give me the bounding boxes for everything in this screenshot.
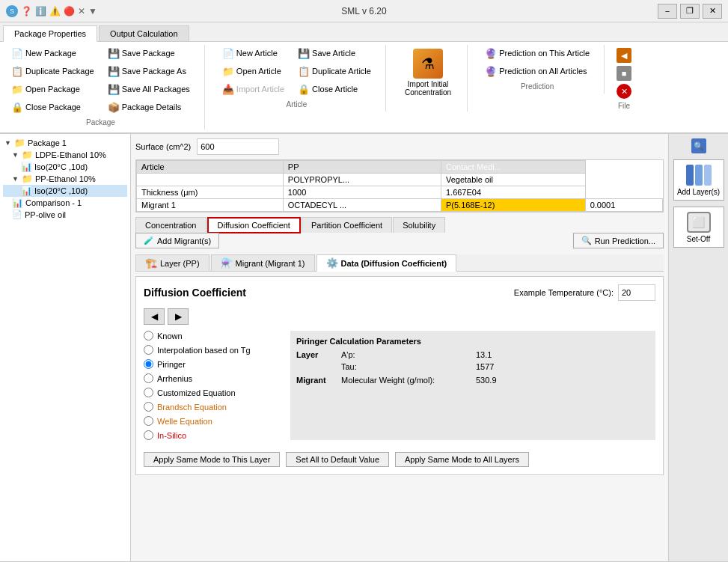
cell-migrant: Migrant 1 — [137, 199, 284, 212]
temp-input[interactable] — [618, 284, 655, 301]
package-details-button[interactable]: 📦 Package Details — [103, 99, 195, 115]
run-prediction-button[interactable]: 🔍 Run Prediction... — [573, 233, 664, 248]
save-package-as-button[interactable]: 💾 Save Package As — [103, 63, 195, 79]
radio-customized[interactable]: Customized Equation — [144, 388, 278, 397]
title-bar-controls: − ❐ ✕ — [658, 4, 722, 19]
ribbon-prediction-items: 🔮 Prediction on This Article 🔮 Predictio… — [480, 45, 595, 79]
set-all-default-button[interactable]: Set All to Default Value — [286, 452, 389, 467]
close-button[interactable]: ✕ — [703, 4, 722, 19]
folder-icon-pp: 📁 — [22, 174, 33, 184]
save-all-packages-button[interactable]: 💾 Save All Packages — [103, 81, 195, 97]
tree-label-iso1: Iso(20°C ,10d) — [34, 162, 88, 171]
save-package-button[interactable]: 💾 Save Package — [103, 45, 195, 61]
chart-icon-iso1: 📊 — [21, 162, 32, 172]
main-tabs: Package Properties Output Calculation — [0, 22, 728, 42]
tab-diffusion-coefficient[interactable]: Diffusion Coefficient — [207, 217, 301, 233]
close-package-icon: 🔒 — [11, 101, 23, 113]
temp-row: Example Temperature (°C): — [514, 284, 655, 301]
tab-migrant-1[interactable]: ⚗️ Migrant (Migrant 1) — [211, 254, 315, 271]
tab-data-diffusion[interactable]: ⚙️ Data (Diffusion Coefficient) — [316, 254, 457, 272]
radio-welle[interactable]: Welle Equation — [144, 416, 278, 426]
restore-button[interactable]: ❐ — [680, 4, 700, 19]
radio-piringer[interactable]: Piringer — [144, 359, 278, 369]
params-table: Layer A'p: 13.1 Tau: 1577 Migrant Molecu… — [296, 350, 649, 385]
prediction-all-articles-button[interactable]: 🔮 Prediction on All Articles — [480, 63, 595, 79]
new-article-button[interactable]: 📄 New Article — [217, 45, 290, 61]
migrant-tab-icon: ⚗️ — [221, 257, 233, 269]
ribbon-group-prediction: 🔮 Prediction on This Article 🔮 Predictio… — [480, 45, 605, 94]
radio-interpolation-input[interactable] — [144, 345, 153, 355]
import-initial-concentration-button[interactable]: ⚗ Import InitialConcentration — [398, 45, 458, 100]
doc-icon-ppoil: 📄 — [12, 210, 22, 219]
radio-insilico[interactable]: In-Silico — [144, 430, 278, 440]
radio-arrhenius[interactable]: Arrhenius — [144, 373, 278, 383]
radio-interpolation[interactable]: Interpolation based on Tg — [144, 345, 278, 355]
tab-solubility[interactable]: Solubility — [393, 217, 445, 233]
save-article-icon: 💾 — [298, 47, 310, 59]
cell-thick-val2: 1.667E04 — [441, 186, 585, 199]
surface-input[interactable] — [197, 138, 279, 155]
left-tree-panel: ▼ 📁 Package 1 ▼ 📁 LDPE-Ethanol 10% 📊 Iso… — [0, 134, 131, 561]
open-article-button[interactable]: 📁 Open Article — [217, 63, 290, 79]
tree-label-ppoil: PP-olive oil — [25, 210, 66, 219]
search-right-icon[interactable]: 🔍 — [691, 138, 706, 153]
add-migrant-button[interactable]: 🧪 Add Migrant(s) — [135, 233, 219, 248]
tree-item-ldpe[interactable]: ▼ 📁 LDPE-Ethanol 10% — [3, 149, 127, 161]
tab-partition-coefficient[interactable]: Partition Coefficient — [302, 217, 392, 233]
radio-known-input[interactable] — [144, 331, 153, 340]
sidebar-right: 🔍 Add Layer(s) ⬜ Set-Off — [668, 134, 728, 561]
tree-item-ppoil[interactable]: 📄 PP-olive oil — [3, 209, 127, 220]
tree-item-iso2[interactable]: 📊 Iso(20°C ,10d) — [3, 185, 127, 197]
file-icon-1: ◀ — [617, 48, 631, 63]
ap-value: 13.1 — [476, 350, 492, 359]
bottom-buttons: Apply Same Mode to This Layer Set All to… — [144, 452, 655, 467]
ribbon-group-file: ◀ ■ ✕ File — [617, 45, 640, 113]
table-row-1: POLYPROPYL... Vegetable oil — [137, 174, 663, 186]
diff-header: Diffusion Coefficient Example Temperatur… — [144, 284, 655, 301]
ribbon-prediction-group-title: Prediction — [521, 79, 554, 91]
apply-same-mode-this-layer-button[interactable]: Apply Same Mode to This Layer — [144, 452, 280, 467]
open-package-button[interactable]: 📁 Open Package — [6, 81, 100, 97]
import-article-icon: 📥 — [222, 83, 234, 95]
tree-item-pp[interactable]: ▼ 📁 PP-Ethanol 10% — [3, 173, 127, 185]
table-row-3: Migrant 1 OCTADECYL ... P(5.168E-12) 0.0… — [137, 199, 663, 212]
add-layer-button[interactable]: Add Layer(s) — [673, 159, 724, 201]
data-tab-icon: ⚙️ — [326, 257, 338, 269]
set-off-button[interactable]: ⬜ Set-Off — [673, 207, 724, 248]
minimize-button[interactable]: − — [658, 4, 677, 19]
radio-insilico-input[interactable] — [144, 430, 153, 440]
import-initial-label: Import InitialConcentration — [405, 80, 451, 97]
next-arrow-button[interactable]: ▶ — [168, 308, 189, 325]
radio-customized-input[interactable] — [144, 388, 153, 397]
close-package-button[interactable]: 🔒 Close Package — [6, 99, 100, 115]
tab-output-calculation[interactable]: Output Calculation — [99, 25, 189, 41]
close-article-button[interactable]: 🔒 Close Article — [293, 81, 376, 97]
duplicate-package-button[interactable]: 📋 Duplicate Package — [6, 63, 100, 79]
cell-octadecyl: OCTADECYL ... — [283, 199, 441, 212]
new-package-button[interactable]: 📄 New Package — [6, 45, 100, 61]
tree-item-package1[interactable]: ▼ 📁 Package 1 — [3, 137, 127, 149]
save-article-button[interactable]: 💾 Save Article — [293, 45, 376, 61]
prev-arrow-button[interactable]: ◀ — [144, 308, 165, 325]
radio-known[interactable]: Known — [144, 331, 278, 340]
radio-brandsch-input[interactable] — [144, 402, 153, 412]
radio-piringer-input[interactable] — [144, 359, 153, 369]
radio-welle-input[interactable] — [144, 416, 153, 426]
tab-concentration[interactable]: Concentration — [135, 217, 207, 233]
prediction-this-article-button[interactable]: 🔮 Prediction on This Article — [480, 45, 595, 61]
tree-item-iso1[interactable]: 📊 Iso(20°C ,10d) — [3, 161, 127, 173]
tree-item-comparison[interactable]: 📊 Comparison - 1 — [3, 197, 127, 209]
cell-p-value[interactable]: P(5.168E-12) — [441, 199, 585, 212]
layer-tab-bar: 🏗️ Layer (PP) ⚗️ Migrant (Migrant 1) ⚙️ … — [135, 254, 664, 272]
run-prediction-icon: 🔍 — [581, 236, 592, 245]
tab-layer-pp[interactable]: 🏗️ Layer (PP) — [135, 254, 209, 271]
apply-same-mode-all-layers-button[interactable]: Apply Same Mode to All Layers — [395, 452, 529, 467]
duplicate-article-button[interactable]: 📋 Duplicate Article — [293, 63, 376, 79]
import-article-button[interactable]: 📥 Import Article — [217, 81, 290, 97]
radio-brandsch[interactable]: Brandsch Equation — [144, 402, 278, 412]
tab-package-properties[interactable]: Package Properties — [3, 25, 97, 42]
file-icons: ◀ ■ ✕ — [617, 45, 631, 99]
import-initial-icon: ⚗ — [413, 49, 443, 79]
new-article-icon: 📄 — [222, 47, 234, 59]
radio-arrhenius-input[interactable] — [144, 373, 153, 383]
